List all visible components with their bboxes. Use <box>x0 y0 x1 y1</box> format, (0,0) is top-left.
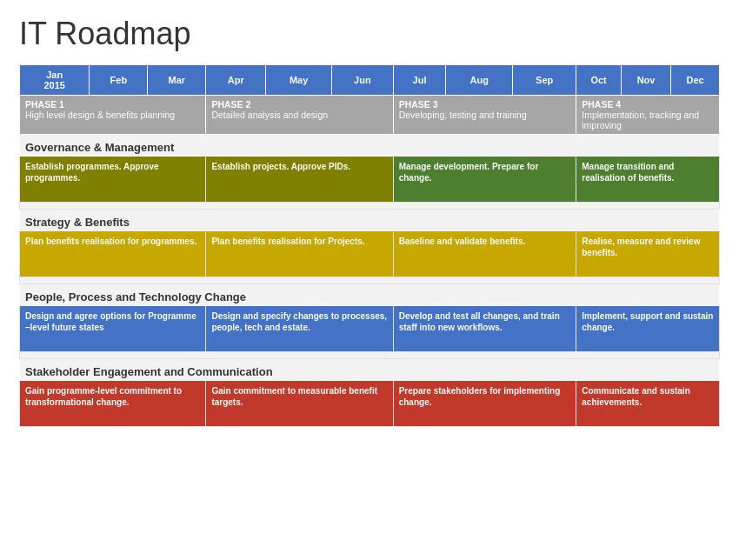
people-task-3-cell: Develop and test all changes, and train … <box>393 306 576 352</box>
strategy-task-row: Plan benefits realisation for programmes… <box>20 231 720 277</box>
phase-3-desc: Developing, testing and training <box>399 110 527 120</box>
section-strategy-header: Strategy & Benefits <box>20 210 720 231</box>
phase-2-title: PHASE 2 <box>211 99 250 110</box>
stake-task-2-cell: Gain commitment to measurable benefit ta… <box>206 381 393 427</box>
col-may: May <box>266 65 332 96</box>
section-strategy-label: Strategy & Benefits <box>20 210 720 231</box>
gov-task-1-cell: Establish programmes. Approve programmes… <box>20 157 206 203</box>
gov-task-1: Establish programmes. Approve programmes… <box>20 157 205 202</box>
col-jan: Jan2015 <box>20 65 90 96</box>
phase-3-title: PHASE 3 <box>399 99 438 110</box>
phase-4-desc: Implementation, tracking and improving <box>582 110 699 130</box>
section-stakeholder-header: Stakeholder Engagement and Communication <box>20 359 720 381</box>
section-people-header: People, Process and Technology Change <box>20 284 720 306</box>
stake-task-1-cell: Gain programme-level commitment to trans… <box>20 381 206 427</box>
col-mar: Mar <box>148 65 206 96</box>
spacer-1 <box>20 203 720 210</box>
stake-task-4-cell: Communicate and sustain achievements. <box>576 381 720 427</box>
governance-task-row: Establish programmes. Approve programmes… <box>20 157 720 203</box>
gov-task-2: Establish projects. Approve PIDs. <box>206 157 392 202</box>
col-jun: Jun <box>332 65 394 96</box>
strat-task-4-cell: Realise, measure and review benefits. <box>576 231 720 277</box>
phase-1-title: PHASE 1 <box>25 99 64 110</box>
gov-task-2-cell: Establish projects. Approve PIDs. <box>206 157 393 203</box>
col-sep: Sep <box>513 65 576 96</box>
spacer-2 <box>20 277 720 284</box>
stakeholder-task-row: Gain programme-level commitment to trans… <box>20 381 720 427</box>
stake-task-4: Communicate and sustain achievements. <box>576 381 719 426</box>
phase-1-cell: PHASE 1 High level design & benefits pla… <box>20 96 206 135</box>
phase-3-cell: PHASE 3 Developing, testing and training <box>393 96 576 135</box>
col-oct: Oct <box>576 65 622 96</box>
strat-task-3-cell: Baseline and validate benefits. <box>393 231 576 277</box>
people-task-1: Design and agree options for Programme –… <box>20 306 205 351</box>
gov-task-3: Manage development. Prepare for change. <box>394 157 576 202</box>
phase-4-cell: PHASE 4 Implementation, tracking and imp… <box>576 96 720 135</box>
roadmap-table: Jan2015 Feb Mar Apr May Jun Jul Aug Sep … <box>19 64 720 427</box>
people-task-2-cell: Design and specify changes to processes,… <box>206 306 393 352</box>
col-aug: Aug <box>446 65 513 96</box>
stake-task-3-cell: Prepare stakeholders for implementing ch… <box>393 381 576 427</box>
section-governance-label: Governance & Management <box>20 135 720 157</box>
phase-row: PHASE 1 High level design & benefits pla… <box>20 96 720 135</box>
people-task-1-cell: Design and agree options for Programme –… <box>20 306 206 352</box>
col-feb: Feb <box>90 65 148 96</box>
people-task-4: Implement, support and sustain change. <box>576 306 719 351</box>
col-nov: Nov <box>621 65 670 96</box>
strat-task-2: Plan benefits realisation for Projects. <box>206 231 392 277</box>
gov-task-3-cell: Manage development. Prepare for change. <box>393 157 576 203</box>
spacer-3 <box>20 352 720 359</box>
stake-task-3: Prepare stakeholders for implementing ch… <box>394 381 576 426</box>
col-dec: Dec <box>671 65 720 96</box>
strat-task-3: Baseline and validate benefits. <box>394 231 576 277</box>
page-title: IT Roadmap <box>19 16 720 52</box>
gov-task-4: Manage transition and realisation of ben… <box>576 157 719 202</box>
stake-task-1: Gain programme-level commitment to trans… <box>20 381 205 426</box>
section-stakeholder-label: Stakeholder Engagement and Communication <box>20 359 720 381</box>
people-task-row: Design and agree options for Programme –… <box>20 306 720 352</box>
phase-2-cell: PHASE 2 Detailed analysis and design <box>206 96 393 135</box>
col-jul: Jul <box>393 65 446 96</box>
gov-task-4-cell: Manage transition and realisation of ben… <box>576 157 720 203</box>
stake-task-2: Gain commitment to measurable benefit ta… <box>206 381 392 426</box>
strat-task-4: Realise, measure and review benefits. <box>576 231 719 277</box>
phase-2-desc: Detailed analysis and design <box>211 110 328 120</box>
col-apr: Apr <box>206 65 266 96</box>
section-people-label: People, Process and Technology Change <box>20 284 720 306</box>
section-governance-header: Governance & Management <box>20 135 720 157</box>
people-task-3: Develop and test all changes, and train … <box>394 306 576 351</box>
header-row: Jan2015 Feb Mar Apr May Jun Jul Aug Sep … <box>20 65 720 96</box>
phase-1-desc: High level design & benefits planning <box>25 110 175 120</box>
strat-task-2-cell: Plan benefits realisation for Projects. <box>206 231 393 277</box>
strat-task-1-cell: Plan benefits realisation for programmes… <box>20 231 206 277</box>
strat-task-1: Plan benefits realisation for programmes… <box>20 231 205 277</box>
people-task-4-cell: Implement, support and sustain change. <box>576 306 720 352</box>
people-task-2: Design and specify changes to processes,… <box>206 306 392 351</box>
phase-4-title: PHASE 4 <box>582 99 621 110</box>
